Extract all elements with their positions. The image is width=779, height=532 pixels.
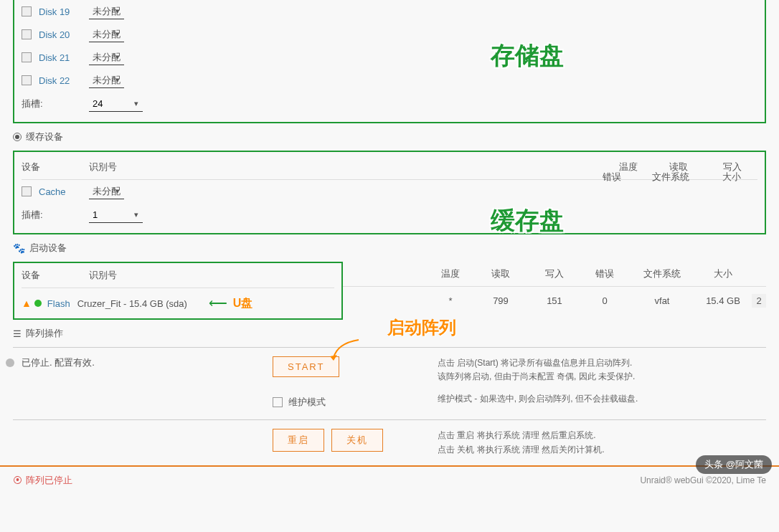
stop-icon: ⦿ [13, 475, 22, 485]
array-ops-header: ☰ 阵列操作 启动阵列 [0, 320, 779, 347]
flash-extra: 2 [752, 294, 766, 308]
cache-select[interactable]: 未分配 [89, 184, 124, 199]
start-desc-1: 点击 启动(Start) 将记录所有磁盘信息并且启动阵列. [438, 356, 779, 370]
annotation-cache: 缓存盘 [491, 204, 564, 237]
maintenance-checkbox[interactable] [273, 397, 283, 407]
shutdown-button[interactable]: 关机 [331, 429, 383, 452]
col-size: 大小 [703, 171, 760, 184]
status-dot-icon [34, 300, 42, 307]
col-fs: 文件系统 [638, 171, 703, 184]
boot-section-header: 🐾 启动设备 [0, 234, 779, 262]
disk-checkbox[interactable] [22, 75, 32, 85]
disk-label[interactable]: Disk 20 [39, 29, 89, 40]
col-fs: 文件系统 [630, 267, 694, 280]
disk-checkbox[interactable] [22, 6, 32, 16]
annotation-start-array: 启动阵列 [387, 316, 456, 339]
maintenance-desc: 维护模式 - 如果选中, 则会启动阵列, 但不会挂载磁盘. [438, 392, 779, 406]
col-temp: 温度 [429, 267, 472, 280]
disk-select[interactable]: 未分配 [89, 49, 124, 65]
col-error: 错误 [585, 171, 638, 184]
disk-label[interactable]: Disk 19 [39, 6, 89, 17]
arrow-icon [330, 336, 366, 365]
slot-select[interactable]: 24 [89, 96, 143, 112]
col-device: 设备 [22, 269, 89, 282]
slot-label: 插槽: [22, 98, 89, 110]
col-error: 错误 [580, 267, 630, 280]
cache-checkbox[interactable] [22, 186, 32, 196]
array-status: 已停止. 配置有效. [22, 356, 95, 369]
col-device: 设备 [22, 161, 89, 174]
annotation-storage: 存储盘 [491, 39, 564, 72]
watermark: 头条 @阿文菌 [696, 455, 772, 474]
status-dot-icon [6, 358, 14, 367]
cache-label[interactable]: Cache [39, 186, 89, 197]
disk-checkbox[interactable] [22, 29, 32, 39]
disk-select[interactable]: 未分配 [89, 27, 124, 42]
shutdown-desc: 点击 关机 将执行系统 清理 然后关闭计算机. [438, 443, 779, 457]
flash-id: Cruzer_Fit - 15.4 GB (sda) [77, 298, 187, 309]
col-write: 写入 [529, 267, 580, 280]
maintenance-label: 维护模式 [288, 396, 326, 409]
flash-read: 799 [472, 295, 529, 306]
col-id: 识别号 [89, 269, 334, 282]
warning-icon: ▲ [22, 298, 32, 309]
flash-link[interactable]: Flash [47, 298, 70, 309]
col-read: 读取 [472, 267, 529, 280]
flash-error: 0 [580, 295, 630, 306]
disk-label[interactable]: Disk 21 [39, 52, 89, 63]
flash-temp: * [429, 295, 472, 306]
cache-section-header: 缓存设备 [0, 123, 779, 151]
col-size: 大小 [694, 267, 752, 280]
annotation-usb: U盘 [233, 296, 253, 311]
radio-icon [13, 133, 22, 141]
disk-select[interactable]: 未分配 [89, 4, 124, 19]
flash-write: 151 [529, 295, 580, 306]
disk-label[interactable]: Disk 22 [39, 75, 89, 86]
disk-checkbox[interactable] [22, 52, 32, 62]
footer-status: ⦿ 阵列已停止 [13, 474, 72, 487]
arrow-icon: ⟵ [209, 295, 227, 311]
flash-size: 15.4 GB [694, 295, 752, 306]
start-desc-2: 该阵列将启动, 但由于尚未配置 奇偶, 因此 未受保护. [438, 370, 779, 384]
disk-select[interactable]: 未分配 [89, 72, 124, 88]
reboot-desc: 点击 重启 将执行系统 清理 然后重启系统. [438, 429, 779, 442]
slot-label: 插槽: [22, 209, 89, 222]
col-id: 识别号 [89, 161, 607, 174]
reboot-button[interactable]: 重启 [273, 429, 324, 452]
footer-copyright: Unraid® webGui ©2020, Lime Te [640, 475, 766, 485]
paw-icon: 🐾 [13, 242, 25, 254]
ops-icon: ☰ [13, 328, 22, 339]
flash-fs: vfat [630, 295, 694, 306]
cache-slot-select[interactable]: 1 [89, 207, 143, 223]
